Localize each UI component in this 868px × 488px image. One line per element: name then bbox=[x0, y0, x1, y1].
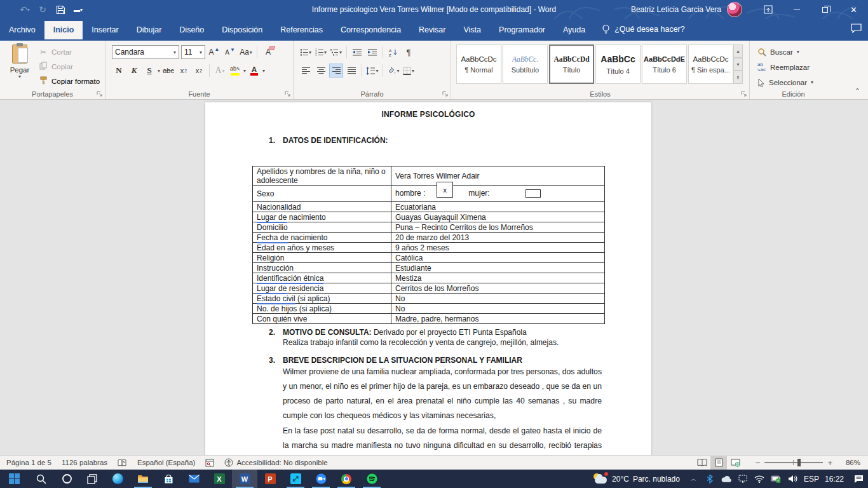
styles-scroll-up-icon[interactable]: ▲ bbox=[733, 44, 743, 58]
redo-icon[interactable]: ↻ bbox=[34, 1, 51, 18]
cut-button[interactable]: ✂Cortar bbox=[38, 46, 100, 58]
sort-icon[interactable]: AZ bbox=[386, 45, 400, 59]
bold-button[interactable]: N bbox=[112, 64, 126, 78]
font-name-combo[interactable]: Candara▾ bbox=[112, 45, 179, 59]
underline-button[interactable]: S bbox=[142, 64, 156, 78]
word-count[interactable]: 1126 palabras bbox=[62, 459, 107, 466]
row-label[interactable]: Identificación étnica bbox=[253, 273, 391, 283]
cast-icon[interactable] bbox=[738, 473, 749, 484]
tab-vista[interactable]: Vista bbox=[454, 21, 490, 39]
row-value[interactable]: Estudiante bbox=[391, 263, 605, 273]
row-label[interactable]: Religión bbox=[253, 253, 391, 263]
minimize-icon[interactable] bbox=[782, 0, 811, 19]
row-label[interactable]: Estado civil (si aplica) bbox=[253, 294, 391, 304]
paste-button[interactable]: Pegar▾ bbox=[5, 44, 34, 89]
zoom-in-icon[interactable]: + bbox=[827, 458, 832, 468]
undo-icon[interactable]: ↶▾ bbox=[17, 1, 33, 18]
select-button[interactable]: Seleccionar▾ bbox=[757, 76, 813, 88]
taskbar-edge-icon[interactable] bbox=[105, 470, 130, 488]
weather-widget[interactable]: 20°C Parc. nublado bbox=[593, 473, 680, 485]
volume-icon[interactable] bbox=[787, 473, 798, 484]
shrink-font-icon[interactable]: A▼ bbox=[223, 45, 237, 59]
row-label[interactable]: Sexo bbox=[253, 186, 391, 202]
borders-icon[interactable]: ▾ bbox=[402, 64, 416, 78]
account-name[interactable]: Beatriz Leticia Garcia Vera bbox=[631, 5, 721, 14]
ribbon-display-options-icon[interactable] bbox=[754, 0, 782, 19]
checkbox-hombre[interactable]: x bbox=[437, 182, 453, 198]
style-t-tulo[interactable]: AaBbCcDdTítulo bbox=[549, 44, 594, 84]
clock[interactable]: 16:22 bbox=[825, 475, 844, 484]
row-label[interactable]: Edad en años y meses bbox=[253, 243, 391, 253]
read-mode-icon[interactable] bbox=[694, 456, 710, 470]
paragraph-dialog-launcher-icon[interactable] bbox=[442, 91, 449, 97]
grow-font-icon[interactable]: A▲ bbox=[207, 45, 221, 59]
taskbar-zoom-icon[interactable] bbox=[308, 470, 334, 488]
zoom-percentage[interactable]: 86% bbox=[839, 459, 860, 466]
style-t-tulo-4[interactable]: AaBbCcTítulo 4 bbox=[595, 44, 641, 84]
decrease-indent-icon[interactable] bbox=[350, 45, 364, 59]
format-painter-button[interactable]: Copiar formato bbox=[38, 75, 100, 87]
tab-inicio[interactable]: Inicio bbox=[44, 21, 83, 39]
accessibility-status[interactable]: Accesibilidad: No disponible bbox=[224, 458, 327, 467]
chevron-up-icon[interactable]: ︿ bbox=[688, 473, 699, 484]
style--sin-espa-[interactable]: AaBbCcDc¶ Sin espa... bbox=[688, 44, 733, 84]
line-spacing-icon[interactable]: ▾ bbox=[365, 64, 379, 78]
taskbar-spotify-icon[interactable] bbox=[359, 470, 384, 488]
row-label[interactable]: Nacionalidad bbox=[253, 202, 391, 212]
tab-correspondencia[interactable]: Correspondencia bbox=[332, 21, 410, 39]
multilevel-list-icon[interactable]: ▾ bbox=[329, 45, 343, 59]
taskbar-mail-icon[interactable] bbox=[181, 470, 207, 488]
row-value[interactable]: Mestiza bbox=[391, 273, 605, 283]
replace-button[interactable]: ab⤷ac Reemplazar bbox=[757, 61, 813, 73]
checkbox-mujer[interactable] bbox=[526, 189, 541, 198]
row-value[interactable]: hombre :xmujer: bbox=[391, 186, 605, 202]
row-value[interactable]: 9 años 2 meses bbox=[391, 243, 605, 253]
taskbar-excel-icon[interactable]: X bbox=[207, 470, 232, 488]
numbered-list-icon[interactable]: 123▾ bbox=[314, 45, 328, 59]
save-icon[interactable] bbox=[52, 1, 69, 18]
row-value[interactable]: Ecuatoriana bbox=[391, 202, 605, 212]
row-value[interactable]: Madre, padre, hermanos bbox=[391, 314, 605, 324]
taskbar-store-icon[interactable] bbox=[156, 470, 181, 488]
start-button[interactable] bbox=[0, 470, 29, 488]
align-center-icon[interactable] bbox=[314, 64, 328, 78]
clipboard-dialog-launcher-icon[interactable] bbox=[97, 91, 103, 97]
row-label[interactable]: Lugar de nacimiento bbox=[253, 212, 391, 222]
tab-disposición[interactable]: Disposición bbox=[213, 21, 271, 39]
web-layout-icon[interactable] bbox=[727, 456, 743, 470]
taskbar-cortana-icon[interactable] bbox=[54, 470, 79, 488]
row-label[interactable]: Instrucción bbox=[253, 263, 391, 273]
superscript-icon[interactable]: x2 bbox=[192, 64, 206, 78]
styles-scroll-down-icon[interactable]: ▼ bbox=[733, 58, 743, 71]
row-value[interactable]: Puna – Recinto Cerritos de los Morreños bbox=[391, 222, 605, 233]
bullet-list-icon[interactable]: ▾ bbox=[299, 45, 313, 59]
collapse-ribbon-icon[interactable]: ⌃ bbox=[855, 87, 860, 95]
styles-more-icon[interactable]: ⇟ bbox=[733, 71, 743, 84]
zoom-out-icon[interactable]: − bbox=[755, 458, 760, 468]
italic-button[interactable]: K bbox=[127, 64, 141, 78]
styles-dialog-launcher-icon[interactable] bbox=[741, 91, 747, 97]
text-effects-icon[interactable]: A▾ bbox=[213, 64, 227, 78]
proofing-icon[interactable] bbox=[118, 459, 127, 467]
align-right-icon[interactable] bbox=[329, 64, 343, 78]
row-label[interactable]: Domicilio bbox=[253, 222, 391, 233]
language-indicator[interactable]: Español (España) bbox=[137, 459, 195, 466]
font-dialog-launcher-icon[interactable] bbox=[285, 91, 291, 97]
taskbar-explorer-icon[interactable] bbox=[130, 470, 156, 488]
row-label[interactable]: Fecha de nacimiento bbox=[253, 233, 391, 243]
increase-indent-icon[interactable] bbox=[365, 45, 379, 59]
language-switcher[interactable]: ESP bbox=[804, 475, 819, 484]
shading-icon[interactable]: ▾ bbox=[386, 64, 400, 78]
change-case-icon[interactable]: Aa▾ bbox=[239, 45, 253, 59]
row-label[interactable]: Lugar de residencia bbox=[253, 283, 391, 294]
style-subt-tulo[interactable]: AaBbCc.Subtítulo bbox=[503, 44, 548, 84]
wifi-icon[interactable] bbox=[754, 473, 765, 484]
taskbar-word-icon[interactable]: W bbox=[232, 470, 257, 488]
justify-icon[interactable] bbox=[344, 64, 358, 78]
tab-dibujar[interactable]: Dibujar bbox=[128, 21, 171, 39]
macro-icon[interactable] bbox=[205, 459, 214, 467]
clear-formatting-icon[interactable]: A bbox=[261, 45, 275, 59]
close-icon[interactable]: ✕ bbox=[839, 0, 868, 19]
align-left-icon[interactable] bbox=[299, 64, 313, 78]
comments-icon[interactable] bbox=[851, 24, 862, 36]
